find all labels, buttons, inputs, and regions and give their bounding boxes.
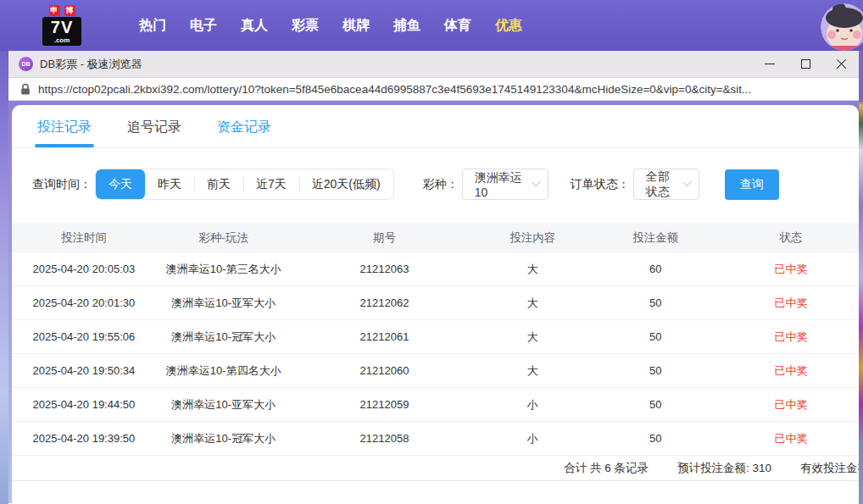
url-text[interactable]: https://ctop02pcali.2kbxi392.com/lottery… (38, 83, 751, 96)
time-option-day-before[interactable]: 前天 (194, 169, 243, 199)
nav-item-slots[interactable]: 电子 (178, 17, 229, 35)
cell-bet-time: 2025-04-20 19:39:50 (12, 432, 156, 445)
cell-bet-content: 小 (477, 431, 587, 446)
table-header-row: 投注时间彩种-玩法期号投注内容投注金额状态 (12, 223, 859, 252)
logo-badge-shen: 申 (49, 5, 60, 16)
cell-game-play: 澳洲幸运10-冠军大小 (156, 431, 292, 446)
close-icon (836, 58, 847, 69)
cell-bet-amount: 50 (587, 330, 723, 343)
minimize-button[interactable] (752, 51, 788, 78)
maximize-icon (801, 59, 810, 69)
cell-bet-amount: 50 (587, 398, 723, 411)
column-header-2: 期号 (292, 230, 478, 246)
lock-icon (20, 83, 31, 96)
lottery-filter-label: 彩种： (423, 177, 459, 192)
records-card: 投注记录追号记录资金记录 查询时间： 今天昨天前天近7天近20天(低频) 彩种：… (12, 105, 859, 503)
order-status-value: 全部状态 (646, 169, 680, 200)
cell-issue-number: 21212059 (292, 398, 478, 411)
chevron-down-icon (532, 177, 541, 186)
cell-bet-content: 小 (477, 397, 587, 413)
window-title: DB彩票 - 极速浏览器 (40, 57, 142, 72)
cell-bet-content: 大 (477, 330, 587, 345)
cell-game-play: 澳洲幸运10-第四名大小 (156, 363, 292, 379)
cell-bet-time: 2025-04-20 19:55:06 (12, 330, 156, 343)
bet-records-table: 投注时间彩种-玩法期号投注内容投注金额状态 2025-04-20 20:05:0… (12, 223, 859, 481)
cell-bet-time: 2025-04-20 19:50:34 (12, 364, 156, 377)
cell-bet-content: 大 (477, 262, 587, 277)
cell-game-play: 澳洲幸运10-第三名大小 (156, 262, 292, 277)
cell-bet-time: 2025-04-20 20:05:03 (12, 263, 156, 275)
table-row: 2025-04-20 20:01:30澳洲幸运10-亚军大小21212062大5… (12, 286, 859, 320)
chevron-down-icon (683, 178, 692, 186)
search-button[interactable]: 查询 (725, 169, 779, 200)
site-navbar: 申 博 7V .com 热门电子真人彩票棋牌捕鱼体育优惠 (0, 0, 863, 51)
cell-game-play: 澳洲幸运10-冠军大小 (156, 330, 292, 345)
cell-issue-number: 21212062 (292, 296, 478, 309)
site-logo[interactable]: 申 博 7V .com (42, 5, 81, 46)
cell-status: 已中奖 (723, 296, 859, 311)
browser-url-bar: https://ctop02pcali.2kbxi392.com/lottery… (8, 78, 859, 101)
time-option-today[interactable]: 今天 (96, 169, 145, 199)
order-status-label: 订单状态： (571, 177, 630, 192)
logo-main-text: 7V (42, 18, 81, 36)
tab-chase-records[interactable]: 追号记录 (127, 119, 181, 147)
cell-status: 已中奖 (723, 431, 859, 446)
cell-bet-amount: 50 (587, 432, 723, 445)
browser-window: DB DB彩票 - 极速浏览器 https://ctop02pcali.2kbx… (8, 51, 859, 504)
minimize-icon (765, 64, 775, 64)
time-range-group: 今天昨天前天近7天近20天(低频) (95, 169, 394, 200)
cell-bet-amount: 50 (587, 364, 723, 377)
browser-app-icon: DB (19, 57, 33, 71)
user-avatar[interactable] (821, 3, 863, 51)
maximize-button[interactable] (788, 51, 823, 78)
cell-status: 已中奖 (723, 262, 859, 277)
nav-item-hot[interactable]: 热门 (127, 17, 178, 35)
nav-item-board-games[interactable]: 棋牌 (331, 17, 381, 35)
logo-block: 7V .com (42, 17, 81, 46)
filter-bar: 查询时间： 今天昨天前天近7天近20天(低频) 彩种： 澳洲幸运10 订单状态：… (12, 169, 859, 200)
cell-issue-number: 21212060 (292, 364, 478, 377)
browser-title-bar: DB DB彩票 - 极速浏览器 (8, 51, 859, 78)
time-filter-label: 查询时间： (32, 177, 92, 192)
cell-bet-content: 大 (477, 296, 587, 311)
records-tabs: 投注记录追号记录资金记录 (12, 105, 859, 148)
cell-game-play: 澳洲幸运10-亚军大小 (156, 397, 292, 413)
table-body: 2025-04-20 20:05:03澳洲幸运10-第三名大小21212063大… (12, 252, 859, 456)
nav-item-sports[interactable]: 体育 (432, 17, 483, 35)
tab-fund-records[interactable]: 资金记录 (217, 119, 271, 147)
lottery-select[interactable]: 澳洲幸运10 (462, 169, 548, 200)
close-button[interactable] (823, 51, 859, 78)
column-header-0: 投注时间 (12, 230, 156, 246)
time-option-last-20-days[interactable]: 近20天(低频) (299, 169, 393, 199)
cell-bet-content: 大 (477, 363, 587, 379)
summary-expected-amount: 预计投注金额: 310 (677, 461, 771, 476)
summary-total-count: 合计 共 6 条记录 (564, 461, 649, 476)
time-option-yesterday[interactable]: 昨天 (145, 169, 194, 199)
avatar-illustration (821, 3, 863, 51)
nav-item-fishing[interactable]: 捕鱼 (381, 17, 432, 35)
nav-item-live[interactable]: 真人 (229, 17, 280, 35)
cell-status: 已中奖 (723, 363, 859, 379)
cell-bet-amount: 50 (587, 296, 723, 309)
cell-issue-number: 21212058 (292, 432, 478, 445)
table-row: 2025-04-20 19:55:06澳洲幸运10-冠军大小21212061大5… (12, 320, 859, 354)
column-header-5: 状态 (723, 230, 859, 246)
page-viewport: 投注记录追号记录资金记录 查询时间： 今天昨天前天近7天近20天(低频) 彩种：… (8, 101, 859, 503)
column-header-4: 投注金额 (587, 230, 723, 246)
site-nav-menu: 热门电子真人彩票棋牌捕鱼体育优惠 (127, 17, 534, 35)
table-row: 2025-04-20 19:44:50澳洲幸运10-亚军大小21212059小5… (12, 388, 859, 422)
tab-bet-records[interactable]: 投注记录 (37, 119, 92, 147)
background-page-sliver (859, 51, 863, 504)
cell-status: 已中奖 (723, 330, 859, 345)
logo-sub-text: .com (42, 36, 81, 44)
nav-item-lottery[interactable]: 彩票 (280, 17, 331, 35)
cell-game-play: 澳洲幸运10-亚军大小 (156, 296, 292, 311)
column-header-3: 投注内容 (477, 230, 587, 246)
table-row: 2025-04-20 19:50:34澳洲幸运10-第四名大小21212060大… (12, 354, 859, 388)
order-status-select[interactable]: 全部状态 (633, 169, 699, 200)
time-option-last-7-days[interactable]: 近7天 (243, 169, 299, 199)
cell-issue-number: 21212061 (292, 330, 478, 343)
lottery-select-value: 澳洲幸运10 (475, 170, 528, 199)
column-header-1: 彩种-玩法 (156, 230, 292, 246)
nav-item-promotions[interactable]: 优惠 (483, 17, 534, 35)
